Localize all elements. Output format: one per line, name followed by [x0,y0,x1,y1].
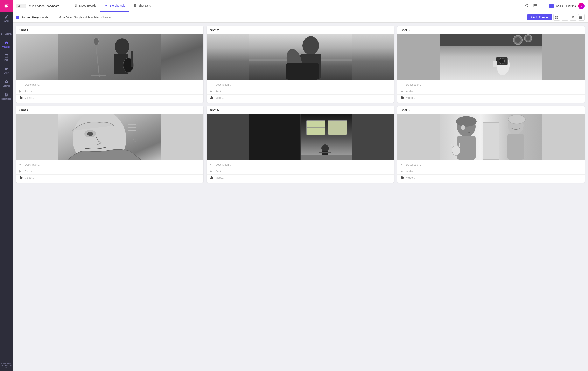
tab-label-storyboards: Storyboards [110,4,125,7]
comment-button[interactable] [532,2,538,9]
video-icon: 🎥 [19,96,23,99]
sidebar-item-write[interactable]: Write [0,12,13,25]
svg-rect-56 [507,134,524,160]
description-icon: ≡ [401,163,404,166]
shot-6-sketch [397,114,585,160]
share-button[interactable] [523,2,529,9]
toolbar-right: + Add Frames ··· [527,14,585,21]
shot-6-audio-field[interactable]: ▶ Audio... [397,168,585,174]
sidebar-label-shoot: Shoot [4,72,9,74]
sidebar-label-settings: Settings [3,85,10,87]
view-toggle-icon [579,16,582,19]
storyboards-tab-icon [105,4,108,7]
grid-options-icon [555,16,558,19]
shot-5-video-label: Video... [215,176,224,179]
shot-5-image[interactable] [207,114,394,160]
shot-4-video-field[interactable]: 🎥 Video... [16,174,203,181]
document-title: Music Video Storyboard... [29,4,62,8]
shot-1-video-field[interactable]: 🎥 Video... [16,94,203,101]
shot-card-6: Shot 6 [397,106,585,183]
shot-6-description-label: Description... [406,163,422,166]
view-toggle-button[interactable] [578,14,585,21]
shot-6-video-field[interactable]: 🎥 Video... [397,174,585,181]
tab-storyboards[interactable]: Storyboards [100,0,129,12]
svg-rect-57 [483,122,499,160]
sidebar-item-plan[interactable]: Plan [0,51,13,64]
more-view-options-button[interactable]: ··· [562,14,568,21]
shot-2-audio-field[interactable]: ▶ Audio... [207,88,394,94]
shot-5-fields: ≡ Description... ▶ Audio... 🎥 Video... [207,160,394,183]
sidebar-item-breakdown[interactable]: Breakdown [0,25,13,38]
storyboard-content: Shot 1 [13,23,588,371]
shot-1-image[interactable] [16,34,203,80]
sidebar-item-shoot[interactable]: Shoot [0,64,13,77]
shot-1-sketch [16,34,203,80]
shot-2-image[interactable] [207,34,394,80]
shot-4-image[interactable] [16,114,203,160]
more-dots-icon: ··· [564,16,566,19]
tab-mood-boards[interactable]: Mood Boards [70,0,100,12]
shot-6-image[interactable] [397,114,585,160]
svg-rect-46 [319,152,331,153]
resources-icon [4,93,9,97]
shot-6-audio-label: Audio... [406,170,415,173]
shot-3-video-field[interactable]: 🎥 Video... [397,94,585,101]
sidebar-item-settings[interactable]: Settings [0,77,13,90]
sidebar-item-visualize[interactable]: Visualize [0,38,13,51]
shot-6-description-field[interactable]: ≡ Description... [397,161,585,168]
shot-2-description-label: Description... [215,83,231,86]
audio-icon: ▶ [401,170,404,173]
video-icon: 🎥 [210,176,213,179]
shot-1-description-field[interactable]: ≡ Description... [16,81,203,88]
shot-5-audio-field[interactable]: ▶ Audio... [207,168,394,174]
user-avatar[interactable]: U [578,3,585,9]
shoot-icon [4,67,9,71]
version-badge[interactable]: v0 [16,4,26,8]
shot-6-header: Shot 6 [397,106,585,114]
shot-3-audio-field[interactable]: ▶ Audio... [397,88,585,94]
sidebar-logo[interactable] [0,0,13,12]
shot-2-header: Shot 2 [207,26,394,34]
add-frames-button[interactable]: + Add Frames [527,14,552,20]
svg-rect-27 [493,63,497,65]
active-storyboards-button[interactable]: Active Storyboards [22,16,53,19]
shot-4-description-field[interactable]: ≡ Description... [16,161,203,168]
svg-point-58 [452,145,460,155]
svg-rect-3 [58,34,161,80]
grid-options-button[interactable] [553,14,560,21]
sidebar-item-resources[interactable]: Resources [0,90,13,103]
shot-3-fields: ≡ Description... ▶ Audio... 🎥 Video... [397,80,585,103]
shot-2-video-field[interactable]: 🎥 Video... [207,94,394,101]
svg-point-13 [303,36,319,55]
shot-3-description-field[interactable]: ≡ Description... [397,81,585,88]
shot-2-description-field[interactable]: ≡ Description... [207,81,394,88]
video-icon: 🎥 [210,96,213,99]
layout-button[interactable] [570,14,577,21]
shot-4-audio-field[interactable]: ▶ Audio... [16,168,203,174]
powered-by-text: Powered By [1,362,11,364]
shot-1-audio-field[interactable]: ▶ Audio... [16,88,203,94]
top-navigation: v0 Music Video Storyboard... Mood Boards… [13,0,588,12]
shot-5-video-field[interactable]: 🎥 Video... [207,174,394,181]
svg-rect-26 [493,61,497,63]
shot-3-image[interactable] [397,34,585,80]
chevron-down-icon [21,5,24,7]
shot-2-audio-label: Audio... [215,90,224,93]
svg-point-51 [456,116,477,127]
tab-shot-lists[interactable]: Shot Lists [129,0,155,12]
more-options-button[interactable]: ··· [541,3,546,9]
shot-4-fields: ≡ Description... ▶ Audio... 🎥 Video... [16,160,203,183]
shot-5-sketch [207,114,394,160]
svg-line-62 [459,144,460,147]
main-content: v0 Music Video Storyboard... Mood Boards… [13,0,588,371]
shot-5-description-field[interactable]: ≡ Description... [207,161,394,168]
add-frames-label: + Add Frames [531,16,548,19]
svg-line-61 [457,143,457,146]
shots-grid: Shot 1 [16,26,585,183]
visualize-icon [4,41,9,45]
svg-rect-28 [493,65,497,67]
shot-card-5: Shot 5 [207,106,394,183]
shot-lists-tab-icon [133,4,137,7]
shot-1-video-label: Video... [25,96,34,99]
frames-count-label: 7 frames [101,16,112,19]
